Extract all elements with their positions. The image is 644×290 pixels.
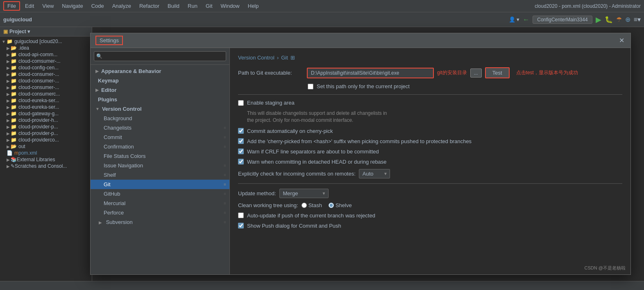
github-scroll-icon: ≡ xyxy=(224,192,226,196)
sidebar-item-issue-nav[interactable]: Issue Navigation xyxy=(91,161,229,170)
search-icon: 🔍 xyxy=(96,53,102,59)
tree-eureka-1[interactable]: ▶ 📁 cloud-eureka-ser... xyxy=(0,97,92,104)
sidebar-item-shelf[interactable]: Shelf xyxy=(91,170,229,180)
debug-button[interactable]: 🐛 xyxy=(605,16,613,23)
stash-radio[interactable] xyxy=(302,203,307,208)
group-editor-arrow: ▶ xyxy=(95,88,99,92)
sidebar-item-github[interactable]: GitHub xyxy=(91,189,229,199)
menu-code[interactable]: Code xyxy=(88,2,107,10)
dialog-close-button[interactable]: ✕ xyxy=(617,37,626,45)
auto-update-checkbox[interactable] xyxy=(238,212,244,218)
browse-button[interactable]: ... xyxy=(470,69,482,78)
menu-help[interactable]: Help xyxy=(245,2,262,10)
tree-container[interactable]: ▼ 📁 guigucloud [cloud20... ▶ 📂 .idea ▶ 📁… xyxy=(0,37,92,281)
group-editor-header[interactable]: ▶ Editor xyxy=(91,85,229,95)
group-plugins: Plugins xyxy=(91,95,229,104)
menu-build[interactable]: Build xyxy=(164,2,183,10)
menu-edit[interactable]: Edit xyxy=(22,2,37,10)
sidebar-item-file-status[interactable]: File Status Colors xyxy=(91,151,229,161)
tree-idea[interactable]: ▶ 📂 .idea xyxy=(0,45,92,51)
coverage-button[interactable]: ☂ xyxy=(616,16,622,23)
project-panel: ▣ Project ▾ ▼ 📁 guigucloud [cloud20... ▶… xyxy=(0,27,92,281)
group-plugins-header[interactable]: Plugins xyxy=(91,95,229,104)
sidebar-item-subversion[interactable]: ▶ Subversion xyxy=(91,217,229,227)
tree-eureka-2[interactable]: ▶ 📁 cloud-eureka-ser... xyxy=(0,104,92,110)
cherry-pick-label: Commit automatically on cherry-pick xyxy=(247,128,333,134)
tree-root[interactable]: ▼ 📁 guigucloud [cloud20... xyxy=(0,38,92,45)
menu-git[interactable]: Git xyxy=(202,2,216,10)
confirmation-scroll-icon: ≡ xyxy=(224,144,226,149)
bottom-bar xyxy=(0,281,644,290)
staging-checkbox[interactable] xyxy=(238,100,244,106)
tree-providerco[interactable]: ▶ 📁 cloud-providerco... xyxy=(0,137,92,143)
subversion-arrow: ▶ xyxy=(99,220,102,225)
tree-config-cen[interactable]: ▶ 📁 cloud-config-cen... xyxy=(0,64,92,71)
tree-consumer-1[interactable]: ▶ 📁 cloud-consumer-... xyxy=(0,71,92,78)
profile-button[interactable]: ⊕ xyxy=(625,16,630,23)
menu-window[interactable]: Window xyxy=(218,2,243,10)
menu-refactor[interactable]: Refactor xyxy=(136,2,163,10)
panel-title: Project ▾ xyxy=(9,29,30,34)
tree-pom[interactable]: 📄 m pom.xml xyxy=(0,150,92,156)
group-keymap-header[interactable]: Keymap xyxy=(91,76,229,85)
sidebar-item-perforce[interactable]: Perforce xyxy=(91,208,229,217)
group-keymap: Keymap xyxy=(91,76,229,85)
staging-label: Enable staging area xyxy=(247,100,295,106)
tree-scratches[interactable]: ▶ ✎ Scratches and Consol... xyxy=(0,163,92,169)
sidebar-item-git[interactable]: Git xyxy=(91,180,229,189)
detached-checkbox[interactable] xyxy=(238,159,244,164)
tree-comsumer[interactable]: ▶ 📁 cloud-comsumer-... xyxy=(0,58,92,64)
config-selector[interactable]: ConfigCenterMain3344 xyxy=(533,16,592,24)
show-push-checkbox[interactable] xyxy=(238,223,244,228)
tree-provider-h[interactable]: ▶ 📁 cloud-provider-h... xyxy=(0,117,92,123)
settings-search-input[interactable] xyxy=(94,51,226,61)
menu-view[interactable]: View xyxy=(39,2,57,10)
tree-consumer-2[interactable]: ▶ 📁 cloud-consumer-... xyxy=(0,78,92,84)
watermark: CSDN @不是老杨啦 xyxy=(585,265,626,271)
toolbar-right: 👤 ▾ ← ConfigCenterMain3344 ▶ 🐛 ☂ ⊕ ≡▾ xyxy=(509,15,641,24)
menu-analyze[interactable]: Analyze xyxy=(109,2,134,10)
group-vcs-header[interactable]: ▼ Version Control xyxy=(91,104,229,114)
tree-out[interactable]: ▶ 📂 out xyxy=(0,143,92,150)
more-button[interactable]: ≡▾ xyxy=(634,16,641,23)
tree-api-comm[interactable]: ▶ 📁 cloud-api-comm... xyxy=(0,51,92,58)
search-wrapper: 🔍 xyxy=(94,51,226,61)
run-button[interactable]: ▶ xyxy=(596,15,601,24)
menu-run[interactable]: Run xyxy=(184,2,201,10)
auto-update-row: Auto-update if push of the current branc… xyxy=(238,212,622,219)
sidebar-item-commit[interactable]: Commit xyxy=(91,132,229,142)
sidebar-item-background[interactable]: Background xyxy=(91,114,229,123)
tree-provider-p1[interactable]: ▶ 📁 cloud-provider-p... xyxy=(0,123,92,130)
incoming-commits-select[interactable]: Auto Always Never xyxy=(359,169,390,178)
cherry-pick-checkbox[interactable] xyxy=(238,128,244,134)
git-path-input[interactable] xyxy=(307,68,434,78)
menu-navigate[interactable]: Navigate xyxy=(59,2,86,10)
profile-icon[interactable]: 👤 ▾ xyxy=(509,16,520,23)
current-project-label: Set this path only for the current proje… xyxy=(317,83,410,89)
subversion-scroll-icon: ≡ xyxy=(224,220,226,224)
tree-ext-libs[interactable]: ▶ 📚 External Libraries xyxy=(0,156,92,163)
tree-gateway[interactable]: ▶ 📁 cloud-gateway-g... xyxy=(0,110,92,117)
tree-consumerco[interactable]: ▶ 📁 cloud-consumerc... xyxy=(0,91,92,97)
sidebar-item-changelists[interactable]: Changelists xyxy=(91,123,229,132)
tree-provider-p2[interactable]: ▶ 📁 cloud-provider-p... xyxy=(0,130,92,137)
menu-file[interactable]: File xyxy=(3,1,20,11)
settings-content: Version Control › Git ⊞ Path to Git exec… xyxy=(230,48,630,274)
main-area: ▣ Project ▾ ▼ 📁 guigucloud [cloud20... ▶… xyxy=(0,27,644,281)
shelve-label: Shelve xyxy=(336,202,352,208)
group-appearance-header[interactable]: ▶ Appearance & Behavior xyxy=(91,66,229,76)
breadcrumb-icon: ⊞ xyxy=(290,55,295,61)
group-keymap-label: Keymap xyxy=(98,78,119,84)
sidebar-item-mercurial[interactable]: Mercurial xyxy=(91,199,229,208)
sidebar-item-confirmation[interactable]: Confirmation xyxy=(91,142,229,151)
current-project-checkbox[interactable] xyxy=(308,84,313,89)
app-name: guigucloud xyxy=(3,16,32,23)
test-button[interactable]: Test xyxy=(485,67,510,78)
shelve-radio[interactable] xyxy=(329,203,334,208)
tree-consumer-3[interactable]: ▶ 📁 cloud-consumer-... xyxy=(0,84,92,91)
navigation-back-icon[interactable]: ← xyxy=(523,16,529,23)
cherry-suffix-checkbox[interactable] xyxy=(238,138,244,144)
update-method-select[interactable]: Merge Rebase Branch Default xyxy=(279,189,329,198)
crlf-checkbox[interactable] xyxy=(238,148,244,154)
shelf-scroll-icon: ≡ xyxy=(224,173,226,177)
